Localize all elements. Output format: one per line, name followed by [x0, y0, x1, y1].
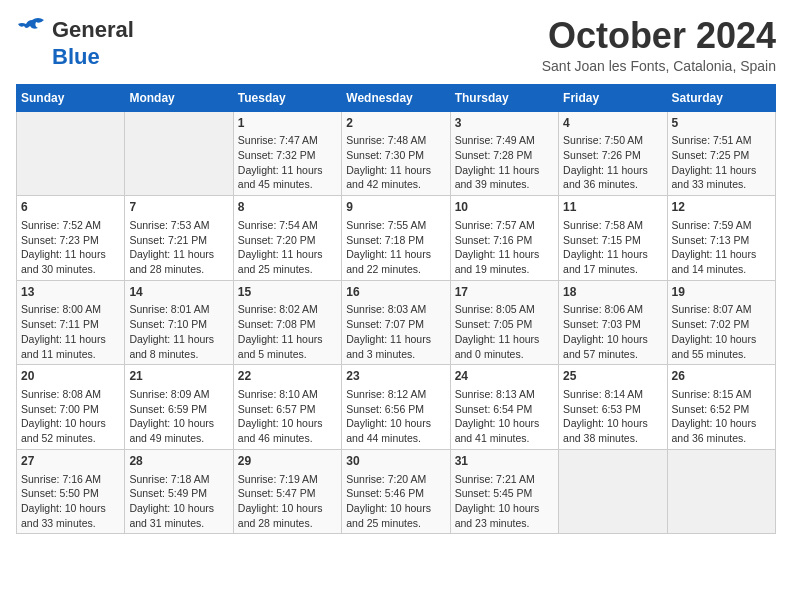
- day-number: 28: [129, 453, 228, 470]
- calendar-cell: 2Sunrise: 7:48 AM Sunset: 7:30 PM Daylig…: [342, 111, 450, 196]
- day-number: 7: [129, 199, 228, 216]
- day-number: 9: [346, 199, 445, 216]
- weekday-header-saturday: Saturday: [667, 84, 775, 111]
- calendar-cell: 23Sunrise: 8:12 AM Sunset: 6:56 PM Dayli…: [342, 365, 450, 450]
- day-number: 29: [238, 453, 337, 470]
- logo: General Blue: [16, 16, 134, 70]
- day-content: Sunrise: 8:14 AM Sunset: 6:53 PM Dayligh…: [563, 387, 662, 446]
- day-number: 6: [21, 199, 120, 216]
- calendar-cell: 27Sunrise: 7:16 AM Sunset: 5:50 PM Dayli…: [17, 449, 125, 534]
- calendar-cell: 14Sunrise: 8:01 AM Sunset: 7:10 PM Dayli…: [125, 280, 233, 365]
- calendar-cell: 21Sunrise: 8:09 AM Sunset: 6:59 PM Dayli…: [125, 365, 233, 450]
- day-number: 27: [21, 453, 120, 470]
- day-content: Sunrise: 7:57 AM Sunset: 7:16 PM Dayligh…: [455, 218, 554, 277]
- weekday-header-tuesday: Tuesday: [233, 84, 341, 111]
- page-header: General Blue October 2024 Sant Joan les …: [16, 16, 776, 74]
- day-content: Sunrise: 7:59 AM Sunset: 7:13 PM Dayligh…: [672, 218, 771, 277]
- day-number: 16: [346, 284, 445, 301]
- calendar-cell: 30Sunrise: 7:20 AM Sunset: 5:46 PM Dayli…: [342, 449, 450, 534]
- day-content: Sunrise: 8:00 AM Sunset: 7:11 PM Dayligh…: [21, 302, 120, 361]
- calendar-cell: 16Sunrise: 8:03 AM Sunset: 7:07 PM Dayli…: [342, 280, 450, 365]
- day-content: Sunrise: 8:10 AM Sunset: 6:57 PM Dayligh…: [238, 387, 337, 446]
- day-number: 24: [455, 368, 554, 385]
- day-content: Sunrise: 8:15 AM Sunset: 6:52 PM Dayligh…: [672, 387, 771, 446]
- calendar-cell: 9Sunrise: 7:55 AM Sunset: 7:18 PM Daylig…: [342, 196, 450, 281]
- day-content: Sunrise: 8:07 AM Sunset: 7:02 PM Dayligh…: [672, 302, 771, 361]
- calendar-header: SundayMondayTuesdayWednesdayThursdayFrid…: [17, 84, 776, 111]
- calendar-cell: 1Sunrise: 7:47 AM Sunset: 7:32 PM Daylig…: [233, 111, 341, 196]
- weekday-header-wednesday: Wednesday: [342, 84, 450, 111]
- day-content: Sunrise: 8:13 AM Sunset: 6:54 PM Dayligh…: [455, 387, 554, 446]
- calendar-cell: 7Sunrise: 7:53 AM Sunset: 7:21 PM Daylig…: [125, 196, 233, 281]
- logo-bird-icon: [16, 16, 48, 44]
- day-number: 20: [21, 368, 120, 385]
- day-number: 10: [455, 199, 554, 216]
- day-content: Sunrise: 7:55 AM Sunset: 7:18 PM Dayligh…: [346, 218, 445, 277]
- day-content: Sunrise: 7:52 AM Sunset: 7:23 PM Dayligh…: [21, 218, 120, 277]
- calendar-week-5: 27Sunrise: 7:16 AM Sunset: 5:50 PM Dayli…: [17, 449, 776, 534]
- calendar-cell: [125, 111, 233, 196]
- day-content: Sunrise: 7:54 AM Sunset: 7:20 PM Dayligh…: [238, 218, 337, 277]
- calendar-week-1: 1Sunrise: 7:47 AM Sunset: 7:32 PM Daylig…: [17, 111, 776, 196]
- day-content: Sunrise: 8:12 AM Sunset: 6:56 PM Dayligh…: [346, 387, 445, 446]
- calendar-cell: 4Sunrise: 7:50 AM Sunset: 7:26 PM Daylig…: [559, 111, 667, 196]
- day-content: Sunrise: 7:16 AM Sunset: 5:50 PM Dayligh…: [21, 472, 120, 531]
- day-content: Sunrise: 7:53 AM Sunset: 7:21 PM Dayligh…: [129, 218, 228, 277]
- calendar-cell: 8Sunrise: 7:54 AM Sunset: 7:20 PM Daylig…: [233, 196, 341, 281]
- calendar-cell: [667, 449, 775, 534]
- calendar-cell: 24Sunrise: 8:13 AM Sunset: 6:54 PM Dayli…: [450, 365, 558, 450]
- calendar-week-2: 6Sunrise: 7:52 AM Sunset: 7:23 PM Daylig…: [17, 196, 776, 281]
- day-number: 15: [238, 284, 337, 301]
- day-number: 12: [672, 199, 771, 216]
- calendar-cell: 17Sunrise: 8:05 AM Sunset: 7:05 PM Dayli…: [450, 280, 558, 365]
- calendar-week-3: 13Sunrise: 8:00 AM Sunset: 7:11 PM Dayli…: [17, 280, 776, 365]
- day-number: 19: [672, 284, 771, 301]
- weekday-header-row: SundayMondayTuesdayWednesdayThursdayFrid…: [17, 84, 776, 111]
- day-content: Sunrise: 7:49 AM Sunset: 7:28 PM Dayligh…: [455, 133, 554, 192]
- day-content: Sunrise: 7:18 AM Sunset: 5:49 PM Dayligh…: [129, 472, 228, 531]
- day-number: 31: [455, 453, 554, 470]
- day-content: Sunrise: 8:06 AM Sunset: 7:03 PM Dayligh…: [563, 302, 662, 361]
- logo-blue: Blue: [52, 44, 100, 70]
- calendar-cell: 25Sunrise: 8:14 AM Sunset: 6:53 PM Dayli…: [559, 365, 667, 450]
- day-content: Sunrise: 7:20 AM Sunset: 5:46 PM Dayligh…: [346, 472, 445, 531]
- day-number: 30: [346, 453, 445, 470]
- day-number: 26: [672, 368, 771, 385]
- calendar-cell: 3Sunrise: 7:49 AM Sunset: 7:28 PM Daylig…: [450, 111, 558, 196]
- weekday-header-sunday: Sunday: [17, 84, 125, 111]
- day-number: 17: [455, 284, 554, 301]
- day-content: Sunrise: 8:08 AM Sunset: 7:00 PM Dayligh…: [21, 387, 120, 446]
- calendar-cell: 19Sunrise: 8:07 AM Sunset: 7:02 PM Dayli…: [667, 280, 775, 365]
- day-number: 18: [563, 284, 662, 301]
- day-content: Sunrise: 7:58 AM Sunset: 7:15 PM Dayligh…: [563, 218, 662, 277]
- calendar-body: 1Sunrise: 7:47 AM Sunset: 7:32 PM Daylig…: [17, 111, 776, 534]
- day-content: Sunrise: 8:03 AM Sunset: 7:07 PM Dayligh…: [346, 302, 445, 361]
- weekday-header-thursday: Thursday: [450, 84, 558, 111]
- calendar-week-4: 20Sunrise: 8:08 AM Sunset: 7:00 PM Dayli…: [17, 365, 776, 450]
- weekday-header-monday: Monday: [125, 84, 233, 111]
- day-number: 1: [238, 115, 337, 132]
- month-title: October 2024: [542, 16, 776, 56]
- calendar-cell: 18Sunrise: 8:06 AM Sunset: 7:03 PM Dayli…: [559, 280, 667, 365]
- calendar-cell: 6Sunrise: 7:52 AM Sunset: 7:23 PM Daylig…: [17, 196, 125, 281]
- day-number: 25: [563, 368, 662, 385]
- day-content: Sunrise: 8:02 AM Sunset: 7:08 PM Dayligh…: [238, 302, 337, 361]
- calendar-cell: 10Sunrise: 7:57 AM Sunset: 7:16 PM Dayli…: [450, 196, 558, 281]
- calendar-cell: [17, 111, 125, 196]
- day-number: 23: [346, 368, 445, 385]
- weekday-header-friday: Friday: [559, 84, 667, 111]
- day-number: 14: [129, 284, 228, 301]
- day-number: 13: [21, 284, 120, 301]
- day-number: 4: [563, 115, 662, 132]
- calendar-cell: 13Sunrise: 8:00 AM Sunset: 7:11 PM Dayli…: [17, 280, 125, 365]
- day-content: Sunrise: 7:48 AM Sunset: 7:30 PM Dayligh…: [346, 133, 445, 192]
- day-content: Sunrise: 8:01 AM Sunset: 7:10 PM Dayligh…: [129, 302, 228, 361]
- day-content: Sunrise: 7:19 AM Sunset: 5:47 PM Dayligh…: [238, 472, 337, 531]
- day-number: 22: [238, 368, 337, 385]
- calendar-table: SundayMondayTuesdayWednesdayThursdayFrid…: [16, 84, 776, 535]
- calendar-cell: [559, 449, 667, 534]
- day-content: Sunrise: 8:09 AM Sunset: 6:59 PM Dayligh…: [129, 387, 228, 446]
- location-subtitle: Sant Joan les Fonts, Catalonia, Spain: [542, 58, 776, 74]
- calendar-cell: 28Sunrise: 7:18 AM Sunset: 5:49 PM Dayli…: [125, 449, 233, 534]
- day-content: Sunrise: 7:21 AM Sunset: 5:45 PM Dayligh…: [455, 472, 554, 531]
